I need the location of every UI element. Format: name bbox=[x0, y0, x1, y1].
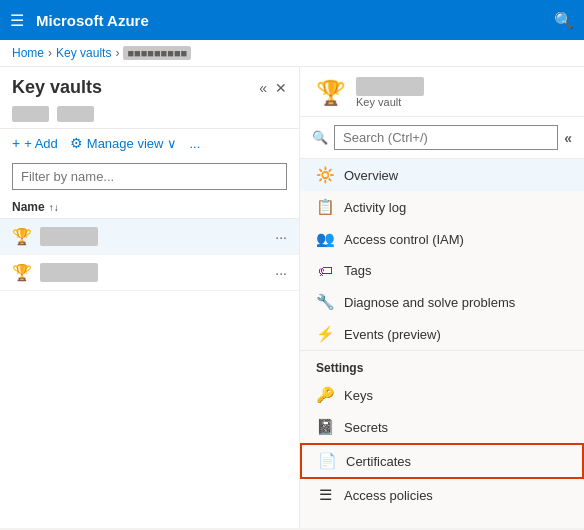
breadcrumb-current: ■■■■■■■■■ bbox=[123, 46, 191, 60]
right-panel: 🏆 Key vault 🔍 « 🔆 Overview 📋 Activity lo… bbox=[300, 67, 584, 528]
overview-icon: 🔆 bbox=[316, 166, 334, 184]
list-items: 🏆 ··· 🏆 ··· bbox=[0, 219, 299, 528]
collapse-panel-btn[interactable]: « bbox=[259, 80, 267, 96]
add-icon: + bbox=[12, 135, 20, 151]
subtitle-blurred-2 bbox=[57, 106, 94, 122]
right-header-subtitle: Key vault bbox=[356, 96, 424, 108]
activity-log-icon: 📋 bbox=[316, 198, 334, 216]
nav-label-tags: Tags bbox=[344, 263, 371, 278]
search-magnifier-icon: 🔍 bbox=[312, 130, 328, 145]
nav-label-secrets: Secrets bbox=[344, 420, 388, 435]
add-button[interactable]: + + Add bbox=[12, 135, 58, 151]
nav-item-tags[interactable]: 🏷 Tags bbox=[300, 255, 584, 286]
gear-icon: ⚙ bbox=[70, 135, 83, 151]
nav-label-events: Events (preview) bbox=[344, 327, 441, 342]
keyvault-icon-1: 🏆 bbox=[12, 227, 32, 246]
breadcrumb-keyvaults[interactable]: Key vaults bbox=[56, 46, 111, 60]
sort-icon[interactable]: ↑↓ bbox=[49, 202, 59, 213]
access-control-icon: 👥 bbox=[316, 230, 334, 248]
right-header: 🏆 Key vault bbox=[300, 67, 584, 117]
list-item[interactable]: 🏆 ··· bbox=[0, 255, 299, 291]
keyvault-detail-icon: 🏆 bbox=[316, 79, 346, 107]
main-layout: Key vaults « ✕ + + Add ⚙ Manage view ∨ .… bbox=[0, 67, 584, 528]
nav-label-access-policies: Access policies bbox=[344, 488, 433, 503]
nav-item-overview[interactable]: 🔆 Overview bbox=[300, 159, 584, 191]
topbar: ☰ Microsoft Azure 🔍 bbox=[0, 0, 584, 40]
manage-view-button[interactable]: ⚙ Manage view ∨ bbox=[70, 135, 178, 151]
nav-item-activity-log[interactable]: 📋 Activity log bbox=[300, 191, 584, 223]
diagnose-icon: 🔧 bbox=[316, 293, 334, 311]
column-name-header: Name ↑↓ bbox=[12, 200, 59, 214]
nav-item-secrets[interactable]: 📓 Secrets bbox=[300, 411, 584, 443]
nav-label-keys: Keys bbox=[344, 388, 373, 403]
breadcrumb-home[interactable]: Home bbox=[12, 46, 44, 60]
nav-item-events[interactable]: ⚡ Events (preview) bbox=[300, 318, 584, 350]
table-header: Name ↑↓ bbox=[0, 196, 299, 219]
nav-label-access-control: Access control (IAM) bbox=[344, 232, 464, 247]
chevron-down-icon: ∨ bbox=[167, 136, 177, 151]
list-item-text-1 bbox=[40, 227, 267, 246]
nav-menu: 🔆 Overview 📋 Activity log 👥 Access contr… bbox=[300, 159, 584, 528]
nav-item-certificates[interactable]: 📄 Certificates bbox=[300, 443, 584, 479]
list-item-more-2[interactable]: ··· bbox=[275, 265, 287, 281]
nav-item-access-policies[interactable]: ☰ Access policies bbox=[300, 479, 584, 511]
access-policies-icon: ☰ bbox=[316, 486, 334, 504]
hamburger-icon[interactable]: ☰ bbox=[10, 11, 24, 30]
nav-label-activity-log: Activity log bbox=[344, 200, 406, 215]
panel-toolbar: + + Add ⚙ Manage view ∨ ... bbox=[0, 128, 299, 157]
nav-item-access-control[interactable]: 👥 Access control (IAM) bbox=[300, 223, 584, 255]
right-search: 🔍 « bbox=[300, 117, 584, 159]
settings-section-title: Settings bbox=[300, 350, 584, 379]
close-panel-btn[interactable]: ✕ bbox=[275, 80, 287, 96]
nav-item-keys[interactable]: 🔑 Keys bbox=[300, 379, 584, 411]
right-header-title bbox=[356, 77, 424, 96]
nav-label-certificates: Certificates bbox=[346, 454, 411, 469]
panel-header: Key vaults « ✕ bbox=[0, 67, 299, 104]
panel-controls: « ✕ bbox=[259, 80, 287, 96]
search-input[interactable] bbox=[334, 125, 558, 150]
list-item[interactable]: 🏆 ··· bbox=[0, 219, 299, 255]
events-icon: ⚡ bbox=[316, 325, 334, 343]
panel-title: Key vaults bbox=[12, 77, 102, 98]
secrets-icon: 📓 bbox=[316, 418, 334, 436]
list-item-text-2 bbox=[40, 263, 267, 282]
app-title: Microsoft Azure bbox=[36, 12, 542, 29]
breadcrumb: Home › Key vaults › ■■■■■■■■■ bbox=[0, 40, 584, 67]
certificates-icon: 📄 bbox=[318, 452, 336, 470]
keyvault-icon-2: 🏆 bbox=[12, 263, 32, 282]
panel-subtitle bbox=[0, 104, 299, 128]
left-panel: Key vaults « ✕ + + Add ⚙ Manage view ∨ .… bbox=[0, 67, 300, 528]
tags-icon: 🏷 bbox=[316, 262, 334, 279]
list-item-blurred-1 bbox=[40, 227, 98, 246]
list-item-more-1[interactable]: ··· bbox=[275, 229, 287, 245]
subtitle-blurred-1 bbox=[12, 106, 49, 122]
right-header-info: Key vault bbox=[356, 77, 424, 108]
nav-label-diagnose: Diagnose and solve problems bbox=[344, 295, 515, 310]
right-header-title-blurred bbox=[356, 77, 424, 96]
nav-item-diagnose[interactable]: 🔧 Diagnose and solve problems bbox=[300, 286, 584, 318]
keys-icon: 🔑 bbox=[316, 386, 334, 404]
nav-label-overview: Overview bbox=[344, 168, 398, 183]
filter-input[interactable] bbox=[12, 163, 287, 190]
global-search-icon[interactable]: 🔍 bbox=[554, 11, 574, 30]
filter-input-row bbox=[0, 157, 299, 196]
more-button[interactable]: ... bbox=[189, 136, 200, 151]
list-item-blurred-2 bbox=[40, 263, 98, 282]
collapse-right-btn[interactable]: « bbox=[564, 130, 572, 146]
